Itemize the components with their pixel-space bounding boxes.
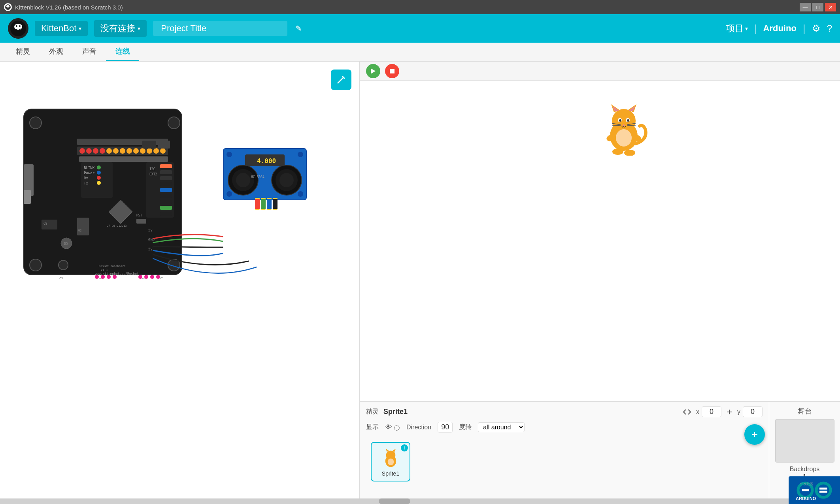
svg-point-74 <box>156 275 160 279</box>
project-menu-button[interactable]: 项目 ▾ <box>726 23 748 34</box>
x-coord-label: x 0 <box>696 406 721 417</box>
close-button[interactable]: ✕ <box>825 3 836 11</box>
svg-text:C8: C8 <box>43 222 47 226</box>
svg-point-11 <box>59 260 68 270</box>
project-title-input[interactable] <box>153 21 287 36</box>
svg-point-120 <box>616 129 632 147</box>
app-logo <box>8 18 28 39</box>
svg-rect-99 <box>255 199 260 209</box>
header-right: 项目 ▾ | Arduino | ⚙ ? <box>726 23 832 35</box>
tab-wiring[interactable]: 连线 <box>106 43 139 61</box>
svg-point-113 <box>619 119 621 122</box>
window-controls: — □ ✕ <box>800 3 836 11</box>
kittenbot-arrow: ▾ <box>79 25 81 32</box>
svg-text:GND: GND <box>148 238 155 242</box>
svg-point-25 <box>160 148 166 154</box>
svg-point-15 <box>93 148 98 154</box>
svg-point-83 <box>298 152 303 157</box>
stop-button[interactable] <box>385 64 399 78</box>
svg-point-129 <box>387 458 394 465</box>
sprite-panel-label: 精灵 <box>366 408 379 416</box>
svg-rect-44 <box>160 176 172 180</box>
svg-point-126 <box>386 450 395 460</box>
svg-text:中文社区: 中文社区 <box>800 482 813 486</box>
svg-rect-46 <box>160 188 172 192</box>
titlebar: Kittenblock V1.26 (based on Scratch 3.0)… <box>0 0 840 14</box>
add-sprite-button[interactable]: + <box>744 424 765 445</box>
svg-marker-103 <box>371 68 376 74</box>
svg-text:HC-SR04: HC-SR04 <box>251 175 264 179</box>
sprite-item[interactable]: i Sprite1 <box>371 442 410 481</box>
maximize-button[interactable]: □ <box>812 3 823 11</box>
connection-button[interactable]: 没有连接 ▾ <box>94 20 147 37</box>
svg-point-68 <box>107 275 111 279</box>
direction-label: Direction <box>406 424 431 431</box>
svg-point-22 <box>140 148 145 154</box>
tabbar: 精灵 外观 声音 连线 <box>0 43 840 62</box>
svg-line-117 <box>612 125 621 126</box>
svg-text:RasBot Baseboard: RasBot Baseboard <box>99 265 125 268</box>
svg-text:V1.3: V1.3 <box>101 269 108 272</box>
svg-text:EXT2: EXT2 <box>149 173 157 176</box>
tab-sound[interactable]: 声音 <box>73 43 106 61</box>
stage-panel: 精灵 Sprite1 x 0 y 0 <box>360 62 840 504</box>
svg-point-131 <box>816 483 831 497</box>
help-icon[interactable]: ? <box>827 23 832 34</box>
rotation-label: 度转 <box>459 423 472 431</box>
svg-rect-27 <box>79 156 168 162</box>
green-flag-button[interactable] <box>366 64 380 78</box>
svg-rect-101 <box>267 199 272 209</box>
arduino-logo-area: ARDUINO 中文社区 <box>789 476 840 504</box>
pencil-icon[interactable]: ✎ <box>295 24 302 33</box>
resize-icon <box>683 408 691 416</box>
svg-point-37 <box>97 181 101 185</box>
app-icon <box>4 3 12 11</box>
svg-rect-102 <box>273 199 277 209</box>
edit-circuit-button[interactable] <box>331 70 351 90</box>
minimize-button[interactable]: — <box>800 3 811 11</box>
x-value[interactable]: 0 <box>702 406 721 417</box>
x-label: x <box>696 408 699 416</box>
svg-point-69 <box>113 275 117 279</box>
horizontal-scrollbar[interactable] <box>0 498 789 504</box>
svg-point-23 <box>147 148 152 154</box>
settings-icon[interactable]: ⚙ <box>812 23 821 34</box>
stage-thumbnail[interactable] <box>775 419 834 463</box>
svg-point-67 <box>101 275 105 279</box>
svg-rect-47 <box>160 194 172 198</box>
add-icon: + <box>751 428 758 441</box>
y-value[interactable]: 0 <box>743 406 763 417</box>
svg-point-14 <box>86 148 92 154</box>
svg-point-10 <box>168 259 180 271</box>
sprite-row2: 显示 👁 ◌ Direction 90 度转 all around left-r… <box>366 422 763 433</box>
svg-rect-49 <box>160 206 172 210</box>
kittenbot-menu-button[interactable]: KittenBot ▾ <box>35 21 88 36</box>
svg-point-90 <box>236 173 250 187</box>
svg-point-35 <box>97 171 101 175</box>
svg-text:5V: 5V <box>148 247 153 251</box>
main-content: BLINK Power Rx Tx I2C EXT2 <box>0 62 840 504</box>
tab-sprite[interactable]: 精灵 <box>6 43 40 61</box>
sprite-badge: i <box>401 444 408 451</box>
stage-panel-label: 舞台 <box>798 406 812 416</box>
eye-closed-icon[interactable]: ◌ <box>394 423 400 432</box>
svg-text:C2: C2 <box>59 277 63 279</box>
connection-label: 没有连接 <box>100 23 135 34</box>
svg-point-13 <box>79 148 85 154</box>
direction-value[interactable]: 90 <box>438 422 453 433</box>
tab-appearance[interactable]: 外观 <box>40 43 73 61</box>
svg-text:Power: Power <box>84 171 95 175</box>
rotation-select[interactable]: all around left-right don't rotate <box>478 422 525 432</box>
svg-point-3 <box>14 24 22 30</box>
svg-point-4 <box>16 25 17 27</box>
svg-point-9 <box>30 259 42 271</box>
svg-text:Tx: Tx <box>84 181 88 185</box>
scrollbar-thumb[interactable] <box>379 498 410 504</box>
eye-open-icon[interactable]: 👁 <box>385 423 392 431</box>
circuit-area: BLINK Power Rx Tx I2C EXT2 <box>0 62 359 504</box>
svg-text:4.000: 4.000 <box>257 157 276 165</box>
svg-point-123 <box>612 149 623 155</box>
svg-text:I2C: I2C <box>149 167 155 171</box>
sprite-properties: 精灵 Sprite1 x 0 y 0 <box>360 402 769 504</box>
svg-point-84 <box>227 191 232 197</box>
